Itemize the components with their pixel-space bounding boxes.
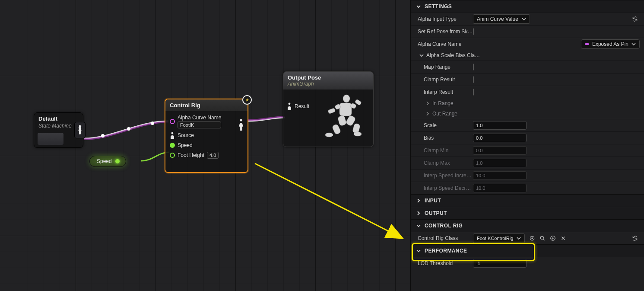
set-ref-pose-label: Set Ref Pose from Skel… xyxy=(418,29,473,35)
scale-input[interactable] xyxy=(473,121,527,130)
graph-canvas[interactable]: Default State Machine Speed Control Rig … xyxy=(0,0,410,291)
node-output-pose[interactable]: Output Pose AnimGraph Result xyxy=(283,71,374,147)
svg-point-6 xyxy=(343,95,350,102)
reset-button[interactable] xyxy=(630,14,640,24)
lod-threshold-label: LOD Threshold xyxy=(418,260,473,266)
alpha-scale-bias-label: Alpha Scale Bias Cla… xyxy=(426,52,480,58)
mannequin-preview-icon xyxy=(313,92,369,143)
alpha-curve-value-chip[interactable]: FootIK xyxy=(178,122,221,128)
node-default[interactable]: Default State Machine xyxy=(34,112,83,148)
alpha-input-type-dropdown[interactable]: Anim Curve Value xyxy=(473,14,530,24)
interp-inc-input[interactable] xyxy=(473,171,527,180)
section-output-label: Output xyxy=(425,210,447,216)
alpha-scale-bias-header[interactable]: Alpha Scale Bias Cla… xyxy=(411,50,644,61)
exposed-as-pin-label: Exposed As Pin xyxy=(592,41,628,47)
chevron-right-icon xyxy=(416,211,421,216)
section-performance-label: Performance xyxy=(425,248,467,254)
clamp-min-input[interactable] xyxy=(473,146,527,155)
node-control-rig-title: Control Rig xyxy=(165,99,247,111)
svg-rect-11 xyxy=(355,99,362,106)
svg-line-18 xyxy=(255,163,402,238)
clamp-max-label: Clamp Max xyxy=(424,160,473,166)
bias-label: Bias xyxy=(424,135,473,141)
chevron-down-icon xyxy=(416,248,421,253)
reset-icon xyxy=(632,16,638,22)
node-control-rig[interactable]: Control Rig Alpha Curve Name FootIK Sour… xyxy=(165,99,248,173)
in-range-header[interactable]: In Range xyxy=(411,98,644,109)
control-rig-class-dropdown[interactable]: FootIKControlRig xyxy=(473,233,525,243)
set-ref-pose-checkbox[interactable] xyxy=(473,28,474,35)
chevron-right-icon xyxy=(416,198,421,203)
source-pin-icon[interactable] xyxy=(170,132,175,139)
interp-inc-label: Interp Speed Increas… xyxy=(424,173,473,179)
section-control-rig-label: Control Rig xyxy=(425,223,463,229)
svg-point-2 xyxy=(151,122,154,125)
speed-chip-label: Speed xyxy=(97,158,112,164)
svg-rect-9 xyxy=(328,108,336,114)
section-input[interactable]: Input xyxy=(411,194,644,207)
alpha-input-type-value: Anim Curve Value xyxy=(477,16,518,22)
control-rig-class-value: FootIKControlRig xyxy=(477,236,513,241)
browse-button[interactable] xyxy=(539,234,546,242)
details-panel[interactable]: Settings Alpha Input Type Anim Curve Val… xyxy=(410,0,644,291)
source-label: Source xyxy=(178,132,194,138)
alpha-curve-pin[interactable] xyxy=(170,119,175,124)
exec-out-icon[interactable] xyxy=(74,122,86,138)
foot-height-pin[interactable] xyxy=(170,153,175,158)
out-range-header[interactable]: Out Range xyxy=(411,109,644,119)
bias-input[interactable] xyxy=(473,134,527,142)
use-selected-button[interactable] xyxy=(528,234,536,242)
reset-button[interactable] xyxy=(630,233,640,243)
in-range-label: In Range xyxy=(432,100,454,106)
svg-point-21 xyxy=(541,236,544,239)
interp-result-checkbox[interactable] xyxy=(473,89,474,96)
node-default-title: Default xyxy=(34,113,83,123)
alpha-curve-label: Alpha Curve Name xyxy=(178,115,221,121)
section-settings[interactable]: Settings xyxy=(411,0,644,13)
speed-pin-out[interactable] xyxy=(115,159,120,163)
interp-result-label: Interp Result xyxy=(424,89,473,95)
clear-button[interactable] xyxy=(559,234,567,242)
fast-path-icon xyxy=(242,95,252,105)
section-output[interactable]: Output xyxy=(411,207,644,219)
chevron-down-icon xyxy=(631,42,636,46)
map-range-label: Map Range xyxy=(424,64,473,70)
section-performance[interactable]: Performance xyxy=(411,244,644,257)
chevron-down-icon xyxy=(522,17,526,21)
clamp-min-label: Clamp Min xyxy=(424,147,473,153)
svg-point-14 xyxy=(325,133,333,137)
chevron-down-icon xyxy=(419,53,424,58)
map-range-checkbox[interactable] xyxy=(473,64,474,70)
svg-point-0 xyxy=(101,134,105,138)
speed-label: Speed xyxy=(178,142,193,148)
svg-point-20 xyxy=(532,237,533,239)
lod-threshold-input[interactable] xyxy=(473,259,527,268)
foot-height-value-chip[interactable]: 4.0 xyxy=(207,152,219,159)
clamp-result-label: Clamp Result xyxy=(424,77,473,83)
speed-pin-in[interactable] xyxy=(170,143,175,148)
out-range-label: Out Range xyxy=(432,111,457,117)
clamp-result-checkbox[interactable] xyxy=(473,76,474,83)
chevron-right-icon xyxy=(425,101,430,106)
clamp-max-input[interactable] xyxy=(473,159,527,167)
reset-icon xyxy=(632,235,638,241)
pose-out-icon[interactable] xyxy=(236,115,246,134)
svg-point-5 xyxy=(289,103,291,105)
result-pin-icon[interactable] xyxy=(287,102,292,110)
exposed-as-pin-pill[interactable]: Exposed As Pin xyxy=(581,39,640,49)
svg-point-17 xyxy=(354,132,362,136)
svg-point-3 xyxy=(171,132,174,134)
pin-dot-icon xyxy=(585,43,589,45)
chevron-down-icon xyxy=(517,236,521,240)
interp-dec-input[interactable] xyxy=(473,184,527,192)
speed-variable-chip[interactable]: Speed xyxy=(89,156,126,167)
section-input-label: Input xyxy=(425,198,441,204)
control-rig-class-label: Control Rig Class xyxy=(418,235,473,241)
svg-point-1 xyxy=(127,127,130,131)
new-asset-button[interactable] xyxy=(549,234,557,242)
chevron-down-icon xyxy=(416,4,421,9)
section-control-rig[interactable]: Control Rig xyxy=(411,219,644,232)
foot-height-label: Foot Height xyxy=(178,152,204,158)
chevron-right-icon xyxy=(425,112,430,116)
alpha-input-type-label: Alpha Input Type xyxy=(418,16,473,22)
